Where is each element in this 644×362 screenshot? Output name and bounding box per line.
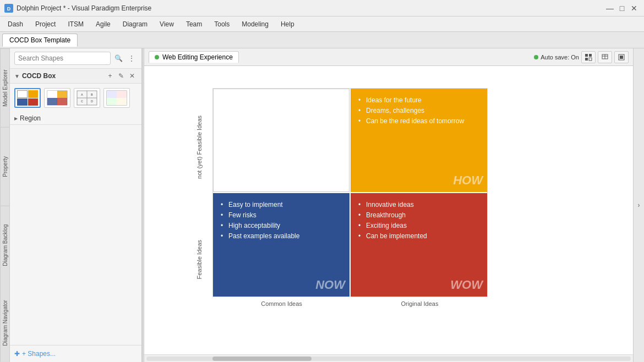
cell-top-left [213,89,350,192]
canvas[interactable]: not (yet) Feasible Ideas Feasible Ideas [144,66,633,362]
svg-rect-22 [117,98,127,105]
diagram-backlog-vtab[interactable]: Diagram Backlog [0,206,9,284]
add-section-btn[interactable]: + [105,71,115,81]
toolbar-right: Auto save: On [534,51,629,63]
maximize-button[interactable]: □ [616,3,627,14]
menu-tools[interactable]: Tools [209,19,235,30]
cell-tr-item-1: • Ideas for the future [358,96,479,104]
menu-project[interactable]: Project [30,19,61,30]
active-dot [155,55,159,59]
menu-team[interactable]: Team [181,19,208,30]
cell-bl-item-3: • High acceptability [221,222,342,229]
expand-icon[interactable]: ▼ [14,73,20,79]
svg-rect-19 [107,91,117,98]
menu-view[interactable]: View [154,19,179,30]
region-label: Region [20,114,41,122]
thumb-1[interactable] [14,88,41,108]
cocd-section-header: ▼ COCD Box + ✎ ✕ [10,69,141,84]
x-axis-labels: Common Ideas Original Ideas [212,300,489,307]
horizontal-scrollbar[interactable] [144,354,633,362]
menu-itsm[interactable]: ITSM [62,19,89,30]
svg-rect-26 [589,58,592,61]
cell-tr-item-2: • Dreams, challenges [358,107,479,114]
menu-bar: Dash Project ITSM Agile Diagram View Tea… [0,17,644,32]
more-options-icon[interactable]: ⋮ [126,53,137,64]
cell-top-right: • Ideas for the future • Dreams, challen… [351,89,487,192]
cell-br-item-1: • Innovative ideas [358,201,479,209]
section-title: COCD Box [22,72,103,80]
y-axis-bottom-label: Feasible Ideas [196,240,203,279]
add-shapes-label: + Shapes... [22,350,56,358]
svg-rect-6 [57,91,67,98]
side-panel: 🔍 ⋮ ▼ COCD Box + ✎ ✕ [10,48,142,362]
svg-rect-20 [117,91,127,98]
side-panel-spacer [10,125,141,345]
cell-bottom-left: • Easy to implement • Few risks • High a… [213,193,350,297]
cell-bl-watermark: NOW [315,278,345,292]
menu-help[interactable]: Help [275,19,300,30]
close-button[interactable]: ✕ [629,3,640,14]
region-expand-icon: ▶ [14,116,18,121]
diagram-toolbar: Web Editing Experience Auto save: On [144,48,633,66]
menu-dash[interactable]: Dash [2,19,29,30]
svg-rect-24 [589,54,592,57]
scrollbar-track [146,356,631,361]
toolbar-btn-1[interactable] [581,51,596,63]
svg-text:C: C [81,100,83,103]
shape-thumbnails: A B C D [10,84,141,112]
property-vtab[interactable]: Property [0,127,9,206]
section-actions: + ✎ ✕ [105,71,137,81]
cell-br-item-2: • Breakthrough [358,211,479,219]
svg-text:D: D [7,6,11,12]
autosave-indicator: Auto save: On [534,54,579,61]
svg-rect-7 [47,98,57,105]
cell-br-item-4: • Can be implemented [358,232,479,240]
scrollbar-thumb[interactable] [212,356,312,361]
add-shapes-btn[interactable]: ✚ + Shapes... [14,350,137,358]
svg-rect-5 [47,91,57,98]
cell-bl-item-1: • Easy to implement [221,201,342,209]
y-axis: not (yet) Feasible Ideas Feasible Ideas [188,88,210,307]
toolbar-btn-3[interactable] [614,51,629,63]
svg-text:D: D [91,100,93,103]
model-explorer-vtab[interactable]: Model Explorer [0,48,9,127]
close-section-btn[interactable]: ✕ [127,71,137,81]
cell-bl-item-4: • Past examples available [221,232,342,240]
diagram-tab[interactable]: Web Editing Experience [149,51,239,63]
menu-agile[interactable]: Agile [90,19,116,30]
menu-modeling[interactable]: Modeling [236,19,274,30]
left-vtabs: Model Explorer Property Diagram Backlog … [0,48,10,362]
right-panel-toggle[interactable]: › [633,48,644,362]
x-axis-right-label: Original Ideas [351,300,489,307]
svg-rect-31 [620,56,623,59]
cell-tr-watermark: HOW [453,173,483,188]
thumb-4[interactable] [103,88,130,108]
cell-bottom-right: • Innovative ideas • Breakthrough • Exci… [351,193,487,297]
minimize-button[interactable]: — [604,3,615,14]
right-toggle-icon: › [638,201,640,209]
svg-rect-8 [57,98,67,105]
menu-diagram[interactable]: Diagram [117,19,153,30]
region-header[interactable]: ▶ Region [14,114,137,122]
thumb-3[interactable]: A B C D [74,88,100,108]
autosave-dot [534,55,538,59]
region-section: ▶ Region [10,112,141,125]
autosave-label: Auto save: On [541,54,579,61]
app-title: Dolphin Project * - Visual Paradigm Ente… [17,4,151,12]
thumb-2[interactable] [44,88,70,108]
main-tab[interactable]: COCD Box Template [2,34,78,47]
toolbar-btn-2[interactable] [598,51,612,63]
search-input[interactable] [14,52,111,65]
diagram-navigator-vtab[interactable]: Diagram Navigator [0,284,9,362]
svg-rect-23 [585,54,588,57]
app-icon: D [4,4,13,13]
cell-tr-item-3: • Can be the red ideas of tomorrow [358,117,479,125]
diagram-area: Web Editing Experience Auto save: On [144,48,633,362]
cell-br-item-3: • Exciting ideas [358,222,479,229]
edit-section-btn[interactable]: ✎ [116,71,126,81]
tab-bar: COCD Box Template [0,32,644,48]
search-icon[interactable]: 🔍 [113,53,124,64]
cell-bl-item-2: • Few risks [221,211,342,219]
title-bar-left: D Dolphin Project * - Visual Paradigm En… [4,4,151,13]
svg-rect-21 [107,98,117,105]
